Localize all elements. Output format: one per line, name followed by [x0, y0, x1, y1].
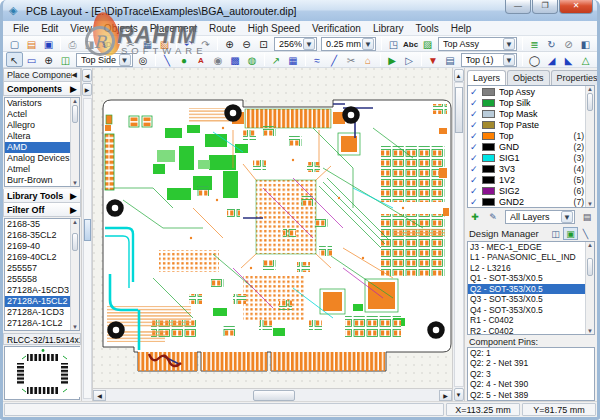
menu-item[interactable]: View [64, 23, 98, 34]
layer-row[interactable]: ✓ SIG2 (6) [468, 185, 594, 196]
redo-icon[interactable]: ↷ [197, 36, 214, 51]
scrollbar[interactable]: ▲▼ [585, 86, 594, 207]
undo-icon[interactable]: ↶ [180, 36, 197, 51]
list-item[interactable]: 27128A-1CL2 [5, 318, 79, 329]
vertical-scrollbar[interactable]: ▲ ▼ [452, 68, 464, 401]
layer-row[interactable]: ✓ Top Silk [468, 97, 594, 108]
layer-color-swatch[interactable] [482, 165, 495, 173]
minimize-button[interactable]: — [505, 0, 531, 14]
drc-icon[interactable]: ▼ [425, 52, 442, 67]
pointer-tool-icon[interactable]: ↖ [6, 52, 23, 67]
component-row[interactable]: R2 - C0402 [468, 326, 594, 335]
layer-row[interactable]: ✓ [468, 207, 594, 208]
layers-list[interactable]: ✓ Top Assy ✓ Top Silk ✓ [467, 85, 595, 208]
component-row[interactable]: R1 - C0402 [468, 315, 594, 326]
chevron-down-icon[interactable]: ▼ [303, 38, 315, 50]
scroll-thumb[interactable] [455, 87, 463, 133]
mute-icon[interactable]: ⊘ [560, 36, 577, 51]
layer-color-swatch[interactable] [482, 176, 495, 184]
layer-visible-check[interactable]: ✓ [470, 153, 482, 163]
library-icon[interactable]: ≣ [526, 36, 543, 51]
layer-color-swatch[interactable] [482, 121, 495, 129]
dm-trace-icon[interactable]: ╲ [578, 227, 593, 240]
layer-row[interactable]: ✓ GND (2) [468, 141, 594, 152]
board-properties-icon[interactable]: ◧ [577, 36, 594, 51]
crosshair-tool-icon[interactable]: ⊕ [40, 52, 57, 67]
table-icon[interactable]: ▤ [442, 52, 459, 67]
component-row[interactable]: J3 - MEC-1_EDGE [468, 242, 594, 253]
list-item[interactable]: Altera [5, 131, 79, 142]
chevron-down-icon[interactable]: ▼ [561, 211, 573, 223]
layer-row[interactable]: ✓ 1V2 (5) [468, 174, 594, 185]
list-item[interactable]: Allegro [5, 120, 79, 131]
dm-pattern-icon[interactable]: ▣ [563, 227, 578, 240]
export-icon[interactable]: ▷ [401, 52, 418, 67]
convert-icon[interactable]: ◳ [385, 36, 402, 51]
zoom-window-icon[interactable]: ⊡ [255, 36, 272, 51]
list-item[interactable]: Atmel [5, 164, 79, 175]
component-row[interactable]: Q4 - SOT-353/X0.5 [468, 305, 594, 316]
layer-row[interactable]: ✓ Top Paste [468, 119, 594, 130]
horizontal-scrollbar[interactable]: ◀ ▶ [93, 388, 452, 401]
manual-route-icon[interactable]: ╱ [326, 52, 343, 67]
list-item[interactable]: Varistors [5, 98, 79, 109]
list-item[interactable]: 27128A-15CL2 [5, 296, 79, 307]
delta-tool-icon[interactable]: △ [577, 52, 594, 67]
layer-color-swatch[interactable] [482, 88, 495, 96]
layer-row[interactable]: ✓ SIG1 (3) [468, 152, 594, 163]
board-side-select[interactable]: Top Side ▼ [76, 53, 133, 67]
copy-icon[interactable]: ▦ [139, 36, 156, 51]
menu-item[interactable]: Tools [409, 23, 444, 34]
text-tool-icon[interactable]: A [193, 52, 210, 67]
menu-item[interactable]: File [7, 23, 35, 34]
update-icon[interactable]: ↻ [543, 36, 560, 51]
design-manager-list[interactable]: J3 - MEC-1_EDGEL1 - PANASONIC_ELL_INDL2 … [467, 241, 595, 335]
menu-item[interactable]: Library [367, 23, 410, 34]
scroll-thumb[interactable] [84, 219, 91, 241]
route-layer-select[interactable]: Top (1) ▼ [461, 53, 518, 67]
scrollbar[interactable]: ▲▼ [585, 242, 594, 334]
print-icon[interactable]: ⎙ [64, 36, 81, 51]
menu-item[interactable]: Objects [98, 23, 144, 34]
current-layer-select[interactable]: Top Assy ▼ [438, 37, 517, 51]
component-row[interactable]: L2 - L3216 [468, 263, 594, 274]
layer-visible-check[interactable]: ✓ [470, 197, 482, 207]
scroll-up-icon[interactable]: ▲ [454, 69, 464, 82]
layer-color-swatch[interactable] [482, 198, 495, 206]
chevron-down-icon[interactable]: ▼ [503, 54, 515, 66]
new-icon[interactable]: ▢ [6, 36, 23, 51]
grid-step-select[interactable]: 0.25 mm ▼ [321, 37, 376, 51]
pin-row[interactable]: Q2: 3 [468, 369, 594, 380]
panel-tab[interactable]: Layers [467, 70, 506, 85]
list-item[interactable]: Actel [5, 109, 79, 120]
list-item[interactable]: 2169-40 [5, 241, 79, 252]
layer-visible-check[interactable]: ✓ [470, 175, 482, 185]
menu-item[interactable]: Placement [144, 23, 203, 34]
pin-row[interactable]: Q2: 4 - Net 390 [468, 379, 594, 390]
route-tool-icon[interactable]: ≈ [309, 52, 326, 67]
menu-item[interactable]: Verification [306, 23, 367, 34]
pin-row[interactable]: Q2: 5 - Net 389 [468, 390, 594, 401]
list-item[interactable]: Analog Devices [5, 153, 79, 164]
filter-dropdown[interactable]: Filter Off ▶ [3, 203, 81, 217]
layer-row[interactable]: ✓ Top Assy [468, 86, 594, 97]
scroll-thumb[interactable] [253, 390, 295, 401]
layer-color-swatch[interactable] [482, 110, 495, 118]
copper-pour2-icon[interactable]: ◣ [560, 52, 577, 67]
ellipse-tool-icon[interactable]: ◯ [526, 52, 543, 67]
ratline-tool-icon[interactable]: ◉ [210, 52, 227, 67]
layer-stack-icon[interactable]: ▤ [579, 210, 595, 224]
print-preview-icon[interactable]: ◨ [81, 36, 98, 51]
pin-row[interactable]: Q2: 1 [468, 348, 594, 359]
add-layer-icon[interactable]: ✚ [467, 210, 483, 224]
layer-row[interactable]: ✓ Top (1) [468, 130, 594, 141]
collapse-left-button[interactable]: ◀ [82, 69, 92, 82]
close-button[interactable]: ✕ [559, 0, 593, 14]
find-icon[interactable]: ◎ [135, 52, 152, 67]
layer-color-swatch[interactable] [482, 187, 495, 195]
list-item[interactable]: 2168-35CL2 [5, 230, 79, 241]
preview-3d-icon[interactable]: 3D [98, 36, 115, 51]
list-item[interactable]: 27128A-1CD3 [5, 307, 79, 318]
collapse-left-icon[interactable]: ◀ [72, 71, 77, 79]
library-tools-dropdown[interactable]: Library Tools ▶ [3, 189, 81, 203]
